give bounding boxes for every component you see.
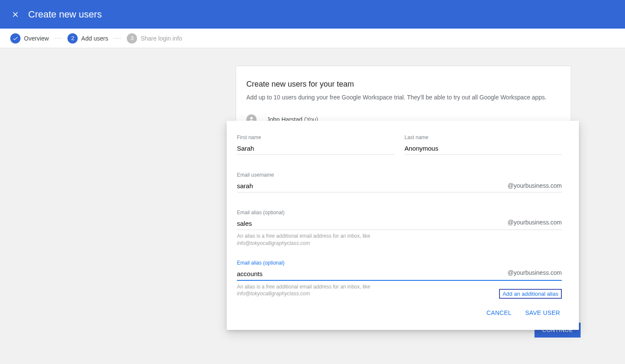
domain-suffix: @yourbusiness.com — [508, 182, 562, 189]
first-name-input[interactable] — [237, 143, 394, 155]
step-number-icon: 3 — [127, 33, 137, 44]
alias-1-wrapper: Email alias (optional) @yourbusiness.com… — [237, 210, 562, 247]
alias-helper-text: An alias is a free additional email addr… — [237, 233, 562, 247]
alias-1-label: Email alias (optional) — [237, 210, 562, 215]
card-subtitle: Add up to 10 users during your free Goog… — [246, 94, 561, 101]
page-title: Create new users — [28, 9, 102, 20]
email-username-wrapper: Email username @yourbusiness.com — [237, 172, 562, 192]
step-overview[interactable]: Overview — [10, 33, 49, 44]
domain-suffix: @yourbusiness.com — [508, 269, 562, 276]
stepper: Overview 2 Add users 3 Share login info — [0, 29, 625, 48]
add-user-form: First name Last name Email username @you… — [227, 121, 579, 330]
step-label: Overview — [24, 35, 49, 42]
alias-2-wrapper: Email alias (optional) @yourbusiness.com… — [237, 260, 562, 298]
step-label: Share login info — [140, 35, 182, 42]
last-name-label: Last name — [405, 134, 562, 140]
add-additional-alias-link[interactable]: Add an additional alias — [499, 289, 562, 299]
save-user-button[interactable]: SAVE USER — [523, 306, 562, 320]
email-username-label: Email username — [237, 172, 562, 178]
check-icon — [10, 33, 20, 44]
card-title: Create new users for your team — [246, 80, 561, 89]
domain-suffix: @yourbusiness.com — [508, 219, 562, 226]
cancel-button[interactable]: CANCEL — [485, 306, 514, 320]
last-name-field-wrapper: Last name — [405, 134, 562, 155]
alias-2-label: Email alias (optional) — [237, 260, 562, 266]
step-divider — [113, 38, 122, 38]
header-bar: Create new users — [0, 0, 625, 29]
step-divider — [54, 38, 62, 38]
step-share-login[interactable]: 3 Share login info — [127, 33, 182, 44]
close-icon — [11, 10, 20, 19]
first-name-field-wrapper: First name — [237, 134, 394, 155]
first-name-label: First name — [237, 134, 394, 140]
step-label: Add users — [81, 35, 108, 42]
step-add-users[interactable]: 2 Add users — [67, 33, 108, 44]
close-button[interactable] — [10, 9, 20, 20]
form-actions: CANCEL SAVE USER — [237, 306, 562, 320]
step-number-icon: 2 — [67, 33, 78, 44]
last-name-input[interactable] — [405, 143, 562, 155]
